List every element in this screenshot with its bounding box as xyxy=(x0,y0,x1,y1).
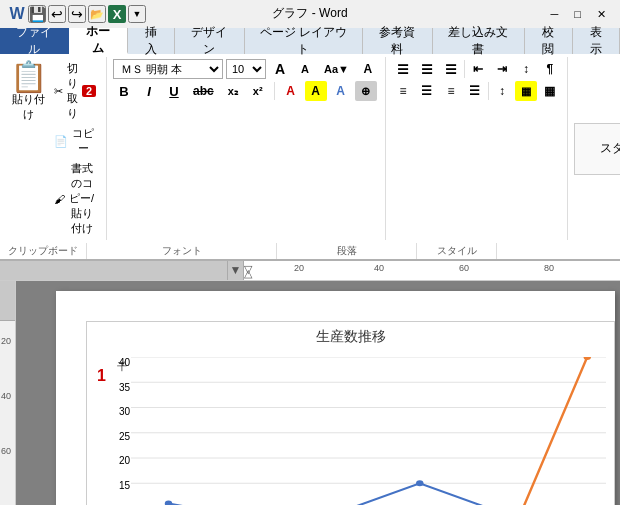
char-shading-button[interactable]: ⊕ xyxy=(355,81,377,101)
change-case-button[interactable]: Aa▼ xyxy=(319,59,354,79)
line-spacing-button[interactable]: ↕ xyxy=(491,81,513,101)
maximize-button[interactable]: □ xyxy=(568,6,587,23)
y-tick-30: 30 xyxy=(92,406,130,417)
align-center-button[interactable]: ☰ xyxy=(416,81,438,101)
y-tick-20: 20 xyxy=(92,455,130,466)
document-area: 1 生産数推移 千 xyxy=(16,281,620,505)
ruler-tick-80: 80 xyxy=(544,263,554,273)
cut-label: 切り取り xyxy=(65,61,79,121)
word-logo-icon: W xyxy=(8,5,26,23)
decrease-indent-button[interactable]: ⇤ xyxy=(467,59,489,79)
ruler-tick-60: 60 xyxy=(459,263,469,273)
chart-title: 生産数推移 xyxy=(87,322,614,350)
superscript-button[interactable]: x² xyxy=(247,81,269,101)
close-button[interactable]: ✕ xyxy=(591,6,612,23)
underline-button[interactable]: U xyxy=(163,81,185,101)
numbering-button[interactable]: ☰ xyxy=(416,59,438,79)
increase-indent-button[interactable]: ⇥ xyxy=(491,59,513,79)
tab-home[interactable]: ホーム xyxy=(69,28,128,54)
cut-button[interactable]: ✂ 切り取り 2 xyxy=(50,59,100,123)
copy-button[interactable]: 📄 コピー xyxy=(50,124,100,158)
styles-group: スタイル xyxy=(568,57,620,240)
font-size-select[interactable]: 10 xyxy=(226,59,266,79)
divider xyxy=(464,60,465,78)
paste-icon: 📋 xyxy=(10,62,47,92)
ribbon: 📋 貼り付け ✂ 切り取り 2 📄 コピー 🖌 書式のコピー/貼り付け xyxy=(0,54,620,261)
multilevel-button[interactable]: ☰ xyxy=(440,59,462,79)
v-tick-20: 20 xyxy=(1,336,11,346)
font-grow-button[interactable]: A xyxy=(269,59,291,79)
window-title: グラフ - Word xyxy=(272,5,347,22)
paste-label: 貼り付け xyxy=(11,92,45,122)
chart-svg xyxy=(131,357,606,505)
tab-mailings[interactable]: 差し込み文書 xyxy=(433,28,525,54)
subscript-button[interactable]: x₂ xyxy=(222,81,244,101)
tab-references[interactable]: 参考資料 xyxy=(363,28,433,54)
document-page: 1 生産数推移 千 xyxy=(56,291,615,505)
styles-label: スタイル xyxy=(417,243,497,259)
indent-bottom-marker[interactable]: △ xyxy=(244,267,252,280)
borders-button[interactable]: ▦ xyxy=(539,81,561,101)
y-axis-labels: 0 5 10 15 20 25 30 35 40 xyxy=(92,357,130,505)
tab-design[interactable]: デザイン xyxy=(175,28,245,54)
paste-button[interactable]: 📋 貼り付け xyxy=(6,59,50,238)
tab-review[interactable]: 校閲 xyxy=(525,28,572,54)
save-button[interactable]: 💾 xyxy=(28,5,46,23)
text-effects-button[interactable]: A xyxy=(330,81,352,101)
cut-badge: 2 xyxy=(82,85,96,97)
para-row1: ☰ ☰ ☰ ⇤ ⇥ ↕ ¶ xyxy=(392,59,561,79)
clipboard-label: クリップボード xyxy=(0,243,87,259)
vertical-ruler: 20 40 60 xyxy=(0,281,16,505)
strikethrough-button[interactable]: abc xyxy=(188,81,219,101)
ruler-tick-20: 20 xyxy=(294,263,304,273)
excel-icon-button[interactable]: X xyxy=(108,5,126,23)
divider xyxy=(274,82,275,100)
align-right-button[interactable]: ≡ xyxy=(440,81,462,101)
font-color-button[interactable]: A xyxy=(280,81,302,101)
justify-button[interactable]: ☰ xyxy=(464,81,486,101)
quick-access-toolbar: W 💾 ↩ ↪ 📂 X ▼ xyxy=(8,5,146,23)
copy-icon: 📄 xyxy=(54,135,68,148)
tab-page-layout[interactable]: ページ レイアウト xyxy=(245,28,363,54)
y-tick-35: 35 xyxy=(92,382,130,393)
ribbon-row: 📋 貼り付け ✂ 切り取り 2 📄 コピー 🖌 書式のコピー/貼り付け xyxy=(0,54,620,243)
highlight-button[interactable]: A xyxy=(305,81,327,101)
styles-gallery[interactable]: スタイル xyxy=(574,123,620,175)
align-left-button[interactable]: ≡ xyxy=(392,81,414,101)
ruler-tick-40: 40 xyxy=(374,263,384,273)
tab-view[interactable]: 表示 xyxy=(573,28,620,54)
ruler-tab-stop: ▼ xyxy=(228,261,244,280)
show-marks-button[interactable]: ¶ xyxy=(539,59,561,79)
ribbon-tabs: ファイル ホーム 挿入 デザイン ページ レイアウト 参考資料 差し込み文書 校… xyxy=(0,28,620,54)
y-tick-40: 40 xyxy=(92,357,130,368)
font-family-select[interactable]: ＭＳ 明朝 本 xyxy=(113,59,223,79)
minimize-button[interactable]: ─ xyxy=(545,6,565,23)
shading-button[interactable]: ▦ xyxy=(515,81,537,101)
clear-icon: A xyxy=(364,62,373,76)
tab-insert[interactable]: 挿入 xyxy=(128,28,175,54)
paragraph-group: ☰ ☰ ☰ ⇤ ⇥ ↕ ¶ ≡ ☰ ≡ ☰ ↕ ▦ ▦ xyxy=(386,57,568,240)
bullets-button[interactable]: ☰ xyxy=(392,59,414,79)
tab-file[interactable]: ファイル xyxy=(0,28,69,54)
clipboard-sub-buttons: ✂ 切り取り 2 📄 コピー 🖌 書式のコピー/貼り付け xyxy=(50,59,100,238)
font-shrink-button[interactable]: A xyxy=(294,59,316,79)
chart-container[interactable]: 1 生産数推移 千 xyxy=(86,321,615,505)
y-tick-15: 15 xyxy=(92,480,130,491)
quick-access-more-button[interactable]: ▼ xyxy=(128,5,146,23)
ruler-top-margin xyxy=(0,281,15,321)
undo-button[interactable]: ↩ xyxy=(48,5,66,23)
italic-button[interactable]: I xyxy=(138,81,160,101)
clear-formatting-button[interactable]: A xyxy=(357,59,379,79)
divider xyxy=(488,82,489,100)
format-painter-button[interactable]: 🖌 書式のコピー/貼り付け xyxy=(50,159,100,238)
bold-button[interactable]: B xyxy=(113,81,135,101)
svg-point-9 xyxy=(165,500,173,505)
redo-button[interactable]: ↪ xyxy=(68,5,86,23)
svg-point-20 xyxy=(584,357,592,360)
clipboard-group: 📋 貼り付け ✂ 切り取り 2 📄 コピー 🖌 書式のコピー/貼り付け xyxy=(0,57,107,240)
open-button[interactable]: 📂 xyxy=(88,5,106,23)
sort-button[interactable]: ↕ xyxy=(515,59,537,79)
svg-point-12 xyxy=(416,480,424,486)
font-row1: ＭＳ 明朝 本 10 A A Aa▼ A xyxy=(113,59,379,79)
y-tick-25: 25 xyxy=(92,431,130,442)
